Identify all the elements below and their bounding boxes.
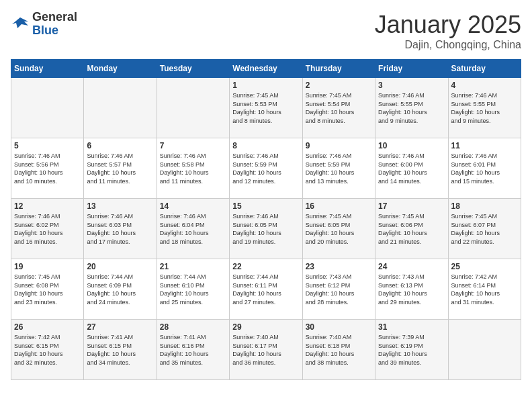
day-number: 5 [14, 141, 81, 150]
calendar-cell: 11Sunrise: 7:46 AM Sunset: 6:01 PM Dayli… [448, 138, 521, 199]
day-info: Sunrise: 7:40 AM Sunset: 6:17 PM Dayligh… [232, 333, 299, 367]
weekday-header-friday: Friday [375, 60, 448, 78]
weekday-header-wednesday: Wednesday [230, 60, 302, 78]
weekday-header-tuesday: Tuesday [157, 60, 229, 78]
weekday-header-row: SundayMondayTuesdayWednesdayThursdayFrid… [11, 60, 521, 78]
logo-icon [11, 15, 30, 34]
day-number: 6 [87, 141, 153, 150]
calendar-cell: 7Sunrise: 7:46 AM Sunset: 5:58 PM Daylig… [157, 138, 229, 199]
calendar-cell: 12Sunrise: 7:46 AM Sunset: 6:02 PM Dayli… [11, 199, 84, 259]
calendar-cell: 10Sunrise: 7:46 AM Sunset: 6:00 PM Dayli… [375, 138, 448, 199]
weekday-header-monday: Monday [84, 60, 157, 78]
logo-blue-text: Blue [32, 24, 58, 37]
day-number: 29 [232, 322, 299, 332]
day-number: 27 [87, 322, 153, 332]
day-info: Sunrise: 7:46 AM Sunset: 6:04 PM Dayligh… [160, 212, 226, 246]
calendar-cell [11, 78, 84, 138]
calendar-cell: 20Sunrise: 7:44 AM Sunset: 6:09 PM Dayli… [84, 259, 157, 320]
day-info: Sunrise: 7:44 AM Sunset: 6:11 PM Dayligh… [232, 273, 299, 306]
day-info: Sunrise: 7:46 AM Sunset: 5:57 PM Dayligh… [87, 152, 153, 185]
day-number: 24 [378, 262, 445, 271]
day-info: Sunrise: 7:46 AM Sunset: 5:55 PM Dayligh… [451, 91, 518, 125]
logo-general-text: General [32, 10, 77, 24]
day-info: Sunrise: 7:45 AM Sunset: 6:06 PM Dayligh… [378, 212, 445, 246]
calendar-cell: 24Sunrise: 7:43 AM Sunset: 6:13 PM Dayli… [375, 259, 448, 320]
calendar-cell: 26Sunrise: 7:42 AM Sunset: 6:15 PM Dayli… [11, 320, 84, 380]
day-number: 20 [87, 262, 153, 271]
day-info: Sunrise: 7:42 AM Sunset: 6:14 PM Dayligh… [451, 273, 518, 306]
header: General Blue January 2025 Dajin, Chongqi… [11, 11, 521, 51]
calendar-subtitle: Dajin, Chongqing, China [375, 39, 521, 51]
calendar-cell: 14Sunrise: 7:46 AM Sunset: 6:04 PM Dayli… [157, 199, 229, 259]
calendar-cell: 31Sunrise: 7:39 AM Sunset: 6:19 PM Dayli… [375, 320, 448, 380]
calendar-cell: 28Sunrise: 7:41 AM Sunset: 6:16 PM Dayli… [157, 320, 229, 380]
day-info: Sunrise: 7:43 AM Sunset: 6:13 PM Dayligh… [378, 273, 445, 306]
day-number: 12 [14, 201, 81, 211]
day-number: 17 [378, 201, 445, 211]
calendar-cell: 29Sunrise: 7:40 AM Sunset: 6:17 PM Dayli… [230, 320, 302, 380]
day-info: Sunrise: 7:46 AM Sunset: 5:58 PM Dayligh… [160, 152, 226, 185]
calendar-cell: 8Sunrise: 7:46 AM Sunset: 5:59 PM Daylig… [230, 138, 302, 199]
day-number: 22 [232, 262, 299, 271]
day-info: Sunrise: 7:44 AM Sunset: 6:10 PM Dayligh… [160, 273, 226, 306]
day-number: 3 [378, 81, 445, 90]
svg-marker-0 [12, 17, 28, 28]
calendar-cell: 2Sunrise: 7:45 AM Sunset: 5:54 PM Daylig… [302, 78, 375, 138]
calendar-week-2: 5Sunrise: 7:46 AM Sunset: 5:56 PM Daylig… [11, 138, 521, 199]
calendar-week-4: 19Sunrise: 7:45 AM Sunset: 6:08 PM Dayli… [11, 259, 521, 320]
day-number: 18 [451, 201, 518, 211]
calendar-cell: 18Sunrise: 7:45 AM Sunset: 6:07 PM Dayli… [448, 199, 521, 259]
calendar-cell [157, 78, 229, 138]
calendar-cell: 15Sunrise: 7:46 AM Sunset: 6:05 PM Dayli… [230, 199, 302, 259]
day-number: 1 [232, 81, 299, 90]
day-number: 10 [378, 141, 445, 150]
calendar-table: SundayMondayTuesdayWednesdayThursdayFrid… [11, 59, 521, 380]
day-number: 31 [378, 322, 445, 332]
day-info: Sunrise: 7:45 AM Sunset: 6:05 PM Dayligh… [306, 212, 372, 246]
day-number: 25 [451, 262, 518, 271]
calendar-week-3: 12Sunrise: 7:46 AM Sunset: 6:02 PM Dayli… [11, 199, 521, 259]
day-info: Sunrise: 7:46 AM Sunset: 6:05 PM Dayligh… [232, 212, 299, 246]
day-number: 26 [14, 322, 81, 332]
day-info: Sunrise: 7:45 AM Sunset: 5:53 PM Dayligh… [232, 91, 299, 125]
calendar-week-5: 26Sunrise: 7:42 AM Sunset: 6:15 PM Dayli… [11, 320, 521, 380]
day-info: Sunrise: 7:46 AM Sunset: 5:59 PM Dayligh… [306, 152, 372, 185]
day-number: 9 [306, 141, 372, 150]
calendar-cell: 5Sunrise: 7:46 AM Sunset: 5:56 PM Daylig… [11, 138, 84, 199]
day-number: 14 [160, 201, 226, 211]
day-info: Sunrise: 7:39 AM Sunset: 6:19 PM Dayligh… [378, 333, 445, 367]
day-info: Sunrise: 7:46 AM Sunset: 5:59 PM Dayligh… [232, 152, 299, 185]
calendar-body: 1Sunrise: 7:45 AM Sunset: 5:53 PM Daylig… [11, 78, 521, 380]
calendar-cell: 17Sunrise: 7:45 AM Sunset: 6:06 PM Dayli… [375, 199, 448, 259]
day-number: 13 [87, 201, 153, 211]
day-info: Sunrise: 7:46 AM Sunset: 6:00 PM Dayligh… [378, 152, 445, 185]
day-number: 19 [14, 262, 81, 271]
calendar-cell: 4Sunrise: 7:46 AM Sunset: 5:55 PM Daylig… [448, 78, 521, 138]
calendar-cell: 13Sunrise: 7:46 AM Sunset: 6:03 PM Dayli… [84, 199, 157, 259]
day-number: 2 [306, 81, 372, 90]
calendar-title: January 2025 [375, 11, 521, 39]
day-info: Sunrise: 7:45 AM Sunset: 6:07 PM Dayligh… [451, 212, 518, 246]
weekday-header-thursday: Thursday [302, 60, 375, 78]
weekday-header-sunday: Sunday [11, 60, 84, 78]
calendar-week-1: 1Sunrise: 7:45 AM Sunset: 5:53 PM Daylig… [11, 78, 521, 138]
day-number: 11 [451, 141, 518, 150]
day-number: 16 [306, 201, 372, 211]
day-number: 28 [160, 322, 226, 332]
calendar-cell: 16Sunrise: 7:45 AM Sunset: 6:05 PM Dayli… [302, 199, 375, 259]
day-info: Sunrise: 7:43 AM Sunset: 6:12 PM Dayligh… [306, 273, 372, 306]
day-info: Sunrise: 7:46 AM Sunset: 6:01 PM Dayligh… [451, 152, 518, 185]
day-number: 23 [306, 262, 372, 271]
calendar-cell: 27Sunrise: 7:41 AM Sunset: 6:15 PM Dayli… [84, 320, 157, 380]
calendar-cell: 3Sunrise: 7:46 AM Sunset: 5:55 PM Daylig… [375, 78, 448, 138]
title-area: January 2025 Dajin, Chongqing, China [375, 11, 521, 51]
calendar-cell: 30Sunrise: 7:40 AM Sunset: 6:18 PM Dayli… [302, 320, 375, 380]
day-info: Sunrise: 7:46 AM Sunset: 5:55 PM Dayligh… [378, 91, 445, 125]
day-info: Sunrise: 7:40 AM Sunset: 6:18 PM Dayligh… [306, 333, 372, 367]
day-number: 15 [232, 201, 299, 211]
day-info: Sunrise: 7:42 AM Sunset: 6:15 PM Dayligh… [14, 333, 81, 367]
day-number: 21 [160, 262, 226, 271]
calendar-cell: 23Sunrise: 7:43 AM Sunset: 6:12 PM Dayli… [302, 259, 375, 320]
day-number: 7 [160, 141, 226, 150]
calendar-cell: 9Sunrise: 7:46 AM Sunset: 5:59 PM Daylig… [302, 138, 375, 199]
